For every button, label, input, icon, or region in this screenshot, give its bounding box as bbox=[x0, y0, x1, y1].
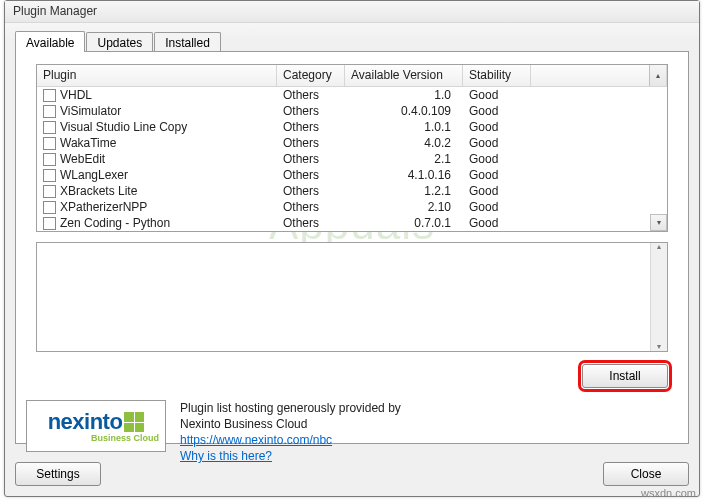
row-checkbox[interactable] bbox=[43, 185, 56, 198]
plugin-stability: Good bbox=[463, 88, 531, 102]
plugin-version: 2.10 bbox=[345, 200, 463, 214]
source-url: wsxdn.com bbox=[641, 487, 696, 499]
plugin-stability: Good bbox=[463, 120, 531, 134]
plugin-version: 0.4.0.109 bbox=[345, 104, 463, 118]
table-row[interactable]: WLangLexerOthers4.1.0.16Good bbox=[37, 167, 667, 183]
plugin-name: WLangLexer bbox=[60, 168, 128, 182]
plugin-category: Others bbox=[277, 136, 345, 150]
titlebar: Plugin Manager bbox=[5, 1, 699, 23]
plugin-name: ViSimulator bbox=[60, 104, 121, 118]
table-row[interactable]: WakaTimeOthers4.0.2Good bbox=[37, 135, 667, 151]
plugin-name: XBrackets Lite bbox=[60, 184, 137, 198]
plugin-stability: Good bbox=[463, 200, 531, 214]
plugin-manager-window: Plugin Manager Available Updates Install… bbox=[4, 0, 700, 497]
plugin-category: Others bbox=[277, 184, 345, 198]
scroll-up-button[interactable]: ▴ bbox=[649, 65, 666, 86]
plugin-stability: Good bbox=[463, 136, 531, 150]
row-checkbox[interactable] bbox=[43, 201, 56, 214]
table-row[interactable]: XBrackets LiteOthers1.2.1Good bbox=[37, 183, 667, 199]
description-box: ▴ ▾ bbox=[36, 242, 668, 352]
table-row[interactable]: XPatherizerNPPOthers2.10Good bbox=[37, 199, 667, 215]
plugin-category: Others bbox=[277, 104, 345, 118]
sponsor-area: nexinto Business Cloud Plugin list hosti… bbox=[26, 400, 401, 464]
plugin-version: 0.7.0.1 bbox=[345, 216, 463, 230]
chevron-down-icon: ▾ bbox=[657, 343, 661, 351]
plugin-version: 4.0.2 bbox=[345, 136, 463, 150]
logo-squares-icon bbox=[124, 412, 144, 432]
plugin-stability: Good bbox=[463, 216, 531, 230]
settings-button[interactable]: Settings bbox=[15, 462, 101, 486]
tab-updates[interactable]: Updates bbox=[86, 32, 153, 52]
scroll-down-button[interactable]: ▾ bbox=[650, 214, 667, 231]
plugin-version: 2.1 bbox=[345, 152, 463, 166]
plugin-name: VHDL bbox=[60, 88, 92, 102]
chevron-up-icon: ▴ bbox=[656, 72, 660, 80]
table-row[interactable]: VHDLOthers1.0Good bbox=[37, 87, 667, 103]
plugin-name: XPatherizerNPP bbox=[60, 200, 147, 214]
plugin-name: WebEdit bbox=[60, 152, 105, 166]
plugin-name: Zen Coding - Python bbox=[60, 216, 170, 230]
row-checkbox[interactable] bbox=[43, 105, 56, 118]
row-checkbox[interactable] bbox=[43, 153, 56, 166]
table-header: Plugin Category Available Version Stabil… bbox=[37, 65, 667, 87]
plugin-version: 4.1.0.16 bbox=[345, 168, 463, 182]
plugin-category: Others bbox=[277, 88, 345, 102]
plugin-version: 1.0.1 bbox=[345, 120, 463, 134]
plugin-stability: Good bbox=[463, 184, 531, 198]
plugin-stability: Good bbox=[463, 168, 531, 182]
bottom-bar: Settings Close bbox=[15, 462, 689, 486]
row-checkbox[interactable] bbox=[43, 89, 56, 102]
table-row[interactable]: Zen Coding - PythonOthers0.7.0.1Good bbox=[37, 215, 667, 231]
plugin-category: Others bbox=[277, 120, 345, 134]
table-body: VHDLOthers1.0GoodViSimulatorOthers0.4.0.… bbox=[37, 87, 667, 231]
plugin-category: Others bbox=[277, 200, 345, 214]
col-stability[interactable]: Stability bbox=[463, 65, 531, 86]
row-checkbox[interactable] bbox=[43, 217, 56, 230]
plugin-name: WakaTime bbox=[60, 136, 116, 150]
col-plugin[interactable]: Plugin bbox=[37, 65, 277, 86]
window-title: Plugin Manager bbox=[13, 4, 97, 18]
table-row[interactable]: Visual Studio Line CopyOthers1.0.1Good bbox=[37, 119, 667, 135]
sponsor-link[interactable]: https://www.nexinto.com/nbc bbox=[180, 433, 332, 447]
chevron-up-icon: ▴ bbox=[657, 243, 661, 251]
plugin-version: 1.2.1 bbox=[345, 184, 463, 198]
plugin-name: Visual Studio Line Copy bbox=[60, 120, 187, 134]
row-checkbox[interactable] bbox=[43, 121, 56, 134]
tab-installed[interactable]: Installed bbox=[154, 32, 221, 52]
col-version[interactable]: Available Version bbox=[345, 65, 463, 86]
tab-page-available: Appuals Plugin Category Available Versio… bbox=[15, 51, 689, 444]
chevron-down-icon: ▾ bbox=[657, 219, 661, 227]
plugin-version: 1.0 bbox=[345, 88, 463, 102]
row-checkbox[interactable] bbox=[43, 169, 56, 182]
col-category[interactable]: Category bbox=[277, 65, 345, 86]
install-button[interactable]: Install bbox=[582, 364, 668, 388]
plugin-category: Others bbox=[277, 168, 345, 182]
plugin-stability: Good bbox=[463, 104, 531, 118]
table-row[interactable]: ViSimulatorOthers0.4.0.109Good bbox=[37, 103, 667, 119]
description-scrollbar[interactable]: ▴ ▾ bbox=[650, 243, 667, 351]
sponsor-text: Plugin list hosting generously provided … bbox=[180, 400, 401, 464]
why-link[interactable]: Why is this here? bbox=[180, 449, 272, 463]
tab-strip: Available Updates Installed bbox=[15, 29, 689, 51]
table-row[interactable]: WebEditOthers2.1Good bbox=[37, 151, 667, 167]
tab-available[interactable]: Available bbox=[15, 31, 85, 52]
plugin-category: Others bbox=[277, 216, 345, 230]
nexinto-logo: nexinto Business Cloud bbox=[26, 400, 166, 452]
plugin-category: Others bbox=[277, 152, 345, 166]
plugin-stability: Good bbox=[463, 152, 531, 166]
content-area: Available Updates Installed Appuals Plug… bbox=[15, 29, 689, 486]
row-checkbox[interactable] bbox=[43, 137, 56, 150]
close-button[interactable]: Close bbox=[603, 462, 689, 486]
col-spacer: ▴ bbox=[531, 65, 667, 86]
plugin-table: Plugin Category Available Version Stabil… bbox=[36, 64, 668, 232]
